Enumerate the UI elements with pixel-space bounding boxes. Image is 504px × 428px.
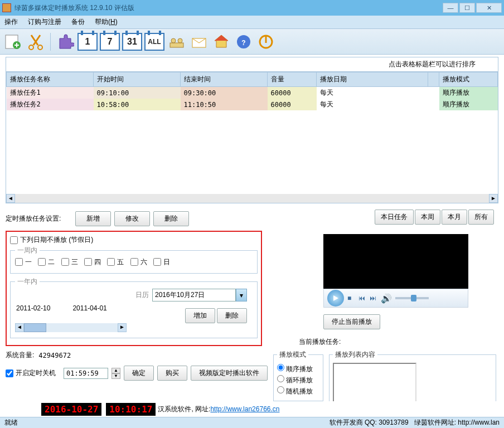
calendar-label: 日历 xyxy=(135,290,149,300)
minimize-button[interactable]: — xyxy=(443,3,458,13)
stop-icon[interactable]: ■ xyxy=(347,294,355,302)
next-icon[interactable]: ⏭ xyxy=(370,294,377,302)
svg-point-6 xyxy=(178,38,182,43)
date-list[interactable]: 2011-02-102011-04-01 2011-02-112011-05-0… xyxy=(15,289,127,323)
volume-slider[interactable] xyxy=(395,297,429,299)
date-picker[interactable]: 2016年10月27日 ▾ xyxy=(152,289,247,301)
footer-text: 汉系统软件, 网址: xyxy=(158,405,210,414)
clock-time: 10:10:17 xyxy=(106,403,156,416)
today-button[interactable]: 本日任务 xyxy=(375,210,414,225)
table-hscroll[interactable]: ◄► xyxy=(6,194,498,203)
month-button[interactable]: 本月 xyxy=(442,210,467,225)
col-start[interactable]: 开始时间 xyxy=(94,72,181,87)
svg-text:?: ? xyxy=(241,39,245,47)
add-button[interactable]: 新增 xyxy=(75,211,111,226)
cal-31-icon[interactable]: 31 xyxy=(122,32,142,52)
play-button[interactable] xyxy=(327,290,344,307)
mode-random[interactable]: 随机播放 xyxy=(277,386,319,396)
home-icon[interactable] xyxy=(211,32,231,52)
cal-7-icon[interactable]: 7 xyxy=(100,32,120,52)
time-spinner[interactable]: ▲▼ xyxy=(112,368,120,379)
stop-current-button[interactable]: 停止当前播放 xyxy=(323,314,380,329)
menu-operate[interactable]: 操作 xyxy=(4,17,18,27)
shutdown-time-input[interactable] xyxy=(64,368,108,379)
footer-bar: 2016-10-27 10:10:17 汉系统软件, 网址: http://ww… xyxy=(0,401,504,417)
all-button[interactable]: 所有 xyxy=(468,210,494,225)
footer-link[interactable]: http://www.lan26766.cn xyxy=(210,405,279,413)
edit-button[interactable]: 修改 xyxy=(114,211,150,226)
menu-backup[interactable]: 备份 xyxy=(71,17,85,27)
app-icon xyxy=(2,3,11,12)
prev-icon[interactable]: ⏮ xyxy=(358,294,366,302)
mail-icon[interactable] xyxy=(189,32,209,52)
delete-button[interactable]: 删除 xyxy=(153,211,189,226)
videover-button[interactable]: 视频版定时播出软件 xyxy=(191,366,268,381)
holiday-panel: 下列日期不播放 (节假日) 一周内 一 二 三 四 五 六 日 一年内 2011… xyxy=(6,231,262,346)
list-hscroll[interactable]: ◄► xyxy=(15,323,127,332)
current-task-label: 当前播放任务: xyxy=(299,338,341,346)
menu-help[interactable]: 帮助(H) xyxy=(95,17,118,27)
help-icon[interactable]: ? xyxy=(234,32,254,52)
window-title: 绿茵多媒体定时播放系统 12.9.10 评估版 xyxy=(14,3,443,13)
close-button[interactable]: ✕ xyxy=(476,3,502,13)
toolbar: 1 7 31 ALL ? xyxy=(0,29,504,55)
clock-date: 2016-10-27 xyxy=(41,403,101,416)
media-player: ■ ⏮ ⏭ 🔊 xyxy=(323,289,468,308)
maximize-button[interactable]: ☐ xyxy=(459,3,475,13)
week-button[interactable]: 本周 xyxy=(415,210,440,225)
video-preview xyxy=(323,234,468,289)
holiday-checkbox[interactable]: 下列日期不播放 (节假日) xyxy=(10,235,93,245)
task-table: 播放任务名称 开始时间 结束时间 音量 播放日期 播放模式 播放任务109:10… xyxy=(6,71,498,203)
ok-button[interactable]: 确定 xyxy=(124,366,154,381)
holiday-add-button[interactable]: 增加 xyxy=(185,308,215,323)
playlist-label: 播放列表内容 xyxy=(333,350,377,359)
sysvol-label: 系统音量: xyxy=(6,351,34,360)
cal-all-icon[interactable]: ALL xyxy=(144,32,164,52)
cal-1-icon[interactable]: 1 xyxy=(77,32,98,52)
playmode-label: 播放模式 xyxy=(277,350,308,359)
day-mon[interactable]: 一 xyxy=(15,257,32,267)
shutdown-checkbox[interactable]: 开启定时关机 xyxy=(6,368,56,378)
day-fri[interactable]: 五 xyxy=(107,257,124,267)
volume-icon[interactable]: 🔊 xyxy=(381,293,392,304)
buy-button[interactable]: 购买 xyxy=(157,366,187,381)
status-bar: 就绪 软件开发商 QQ: 30913789 绿茵软件网址: http://www… xyxy=(0,417,504,428)
path-icon[interactable] xyxy=(167,32,187,52)
col-date[interactable]: 播放日期 xyxy=(317,72,428,87)
col-mode[interactable]: 播放模式 xyxy=(439,72,498,87)
menu-bar: 操作 订购与注册 备份 帮助(H) xyxy=(0,16,504,29)
status-dev: 软件开发商 QQ: 30913789 xyxy=(329,419,409,426)
menu-subscribe[interactable]: 订购与注册 xyxy=(28,17,61,27)
table-row[interactable]: 播放任务210:58:0011:10:5060000每天顺序播放 xyxy=(7,99,498,110)
sort-hint: 点击表格标题栏可以进行排序 xyxy=(6,57,498,71)
col-end[interactable]: 结束时间 xyxy=(181,72,268,87)
status-ready: 就绪 xyxy=(4,418,18,427)
mode-loop[interactable]: 循环播放 xyxy=(277,375,319,385)
col-vol[interactable]: 音量 xyxy=(268,72,317,87)
col-name[interactable]: 播放任务名称 xyxy=(7,72,94,87)
table-row[interactable]: 播放任务109:10:0009:30:0060000每天顺序播放 xyxy=(7,87,498,99)
holiday-del-button[interactable]: 删除 xyxy=(217,308,247,323)
day-sat[interactable]: 六 xyxy=(130,257,147,267)
puzzle-icon[interactable] xyxy=(55,32,75,52)
power-icon[interactable] xyxy=(256,32,276,52)
sysvol-value: 42949672 xyxy=(38,352,71,359)
day-sun[interactable]: 日 xyxy=(153,257,170,267)
settings-label: 定时播放任务设置: xyxy=(6,214,61,223)
svg-point-5 xyxy=(171,38,176,43)
day-thu[interactable]: 四 xyxy=(84,257,101,267)
svg-rect-4 xyxy=(170,43,183,47)
cut-icon[interactable] xyxy=(26,32,46,52)
svg-point-3 xyxy=(38,45,42,50)
mode-seq[interactable]: 顺序播放 xyxy=(277,364,319,374)
chevron-down-icon: ▾ xyxy=(236,289,247,301)
svg-point-2 xyxy=(29,45,33,50)
new-task-icon[interactable] xyxy=(3,32,23,52)
day-tue[interactable]: 二 xyxy=(38,257,55,267)
day-wed[interactable]: 三 xyxy=(61,257,78,267)
title-bar: 绿茵多媒体定时播放系统 12.9.10 评估版 — ☐ ✕ xyxy=(0,0,504,16)
status-site: 绿茵软件网址: http://www.lan xyxy=(414,419,500,426)
